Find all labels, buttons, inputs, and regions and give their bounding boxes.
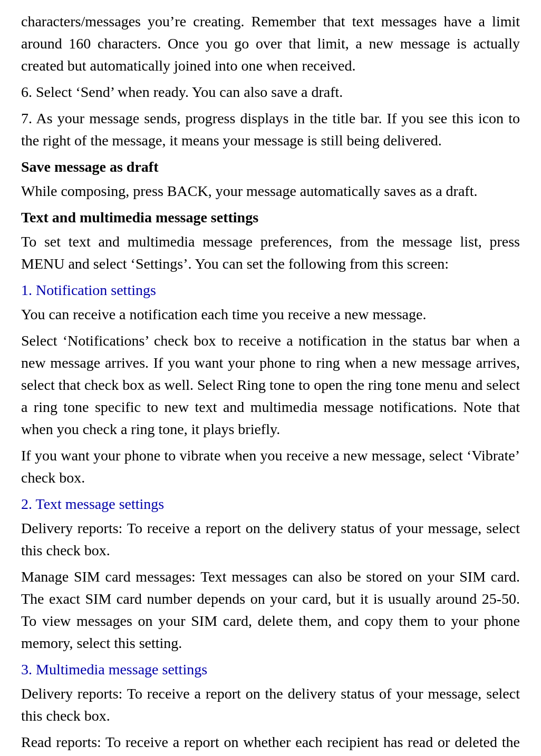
heading-text-multimedia: Text and multimedia message settings [21, 207, 520, 229]
paragraph-7: Select ‘Notifications’ check box to rece… [21, 330, 520, 440]
paragraph-1: characters/messages you’re creating. Rem… [21, 11, 520, 77]
numbered-2: 2. Text message settings [21, 493, 520, 515]
numbered-3: 3. Multimedia message settings [21, 659, 520, 681]
page-content: characters/messages you’re creating. Rem… [21, 11, 520, 756]
paragraph-2: 6. Select ‘Send’ when ready. You can als… [21, 81, 520, 103]
paragraph-12: Read reports: To receive a report on whe… [21, 731, 520, 756]
paragraph-4: While composing, press BACK, your messag… [21, 180, 520, 202]
paragraph-10: Manage SIM card messages: Text messages … [21, 566, 520, 654]
paragraph-8: If you want your phone to vibrate when y… [21, 445, 520, 489]
numbered-1: 1. Notification settings [21, 279, 520, 301]
paragraph-6: You can receive a notification each time… [21, 303, 520, 326]
text-block: characters/messages you’re creating. Rem… [21, 11, 520, 756]
paragraph-9: Delivery reports: To receive a report on… [21, 517, 520, 562]
paragraph-3: 7. As your message sends, progress displ… [21, 107, 520, 152]
paragraph-11: Delivery reports: To receive a report on… [21, 683, 520, 727]
heading-save-message: Save message as draft [21, 156, 520, 178]
paragraph-5: To set text and multimedia message prefe… [21, 231, 520, 275]
